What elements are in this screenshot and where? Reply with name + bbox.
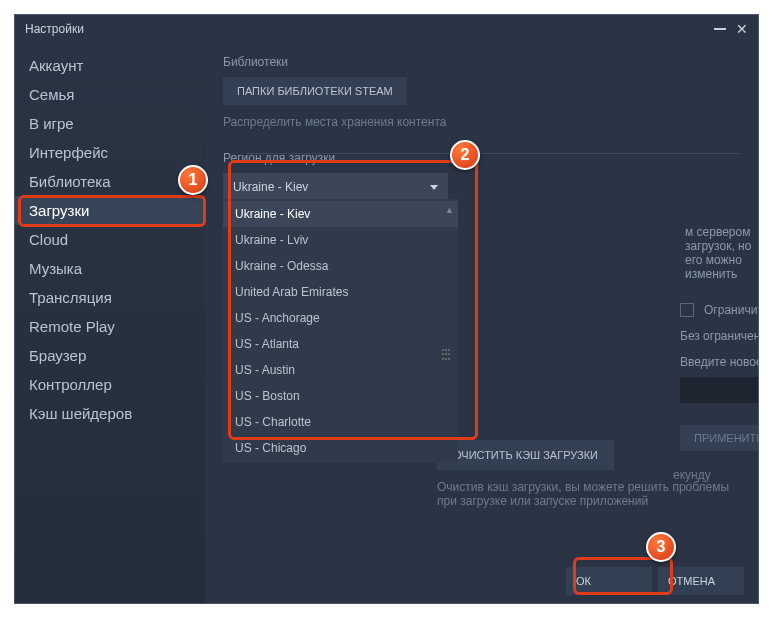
annotation-badge-2: 2 xyxy=(450,140,480,170)
sidebar-item-ingame[interactable]: В игре xyxy=(15,109,205,138)
region-option[interactable]: Ukraine - Lviv xyxy=(223,227,458,253)
steam-library-folders-button[interactable]: ПАПКИ БИБЛИОТЕКИ STEAM xyxy=(223,77,407,105)
enter-new-label: Введите новое значение: xyxy=(680,355,758,369)
region-option[interactable]: US - Austin xyxy=(223,357,458,383)
ok-button[interactable]: ОК xyxy=(566,567,652,595)
window-title: Настройки xyxy=(25,22,84,36)
sidebar-item-downloads[interactable]: Загрузки xyxy=(15,196,205,225)
region-option[interactable]: United Arab Emirates xyxy=(223,279,458,305)
limit-checkbox[interactable] xyxy=(680,303,694,317)
sidebar-item-browser[interactable]: Браузер xyxy=(15,341,205,370)
close-icon[interactable]: ✕ xyxy=(736,21,748,37)
speed-input[interactable] xyxy=(680,377,758,403)
clear-cache-hint: Очистив кэш загрузки, вы можете решить п… xyxy=(437,480,740,508)
chevron-down-icon xyxy=(430,185,438,190)
clear-cache-button[interactable]: ОЧИСТИТЬ КЭШ ЗАГРУЗКИ xyxy=(437,440,614,470)
footer: ОК ОТМЕНА xyxy=(566,567,744,595)
annotation-badge-1: 1 xyxy=(178,165,208,195)
annotation-badge-3: 3 xyxy=(646,532,676,562)
region-selected: Ukraine - Kiev xyxy=(233,180,308,194)
libraries-hint: Распределить места хранения контента xyxy=(223,115,740,129)
titlebar: Настройки ✕ xyxy=(15,15,758,43)
sidebar-item-music[interactable]: Музыка xyxy=(15,254,205,283)
region-option[interactable]: Ukraine - Odessa xyxy=(223,253,458,279)
sidebar-item-family[interactable]: Семья xyxy=(15,80,205,109)
sidebar-item-library[interactable]: Библиотека xyxy=(15,167,205,196)
sidebar: Аккаунт Семья В игре Интерфейс Библиотек… xyxy=(15,43,205,603)
limit-label: Ограничить скорость загрузки до: xyxy=(704,303,758,317)
region-option[interactable]: US - Chicago xyxy=(223,435,458,461)
region-option[interactable]: US - Atlanta xyxy=(223,331,458,357)
no-limit-label: Без ограничения xyxy=(680,329,758,343)
region-option[interactable]: US - Anchorage xyxy=(223,305,458,331)
sidebar-item-interface[interactable]: Интерфейс xyxy=(15,138,205,167)
region-option[interactable]: US - Charlotte xyxy=(223,409,458,435)
sidebar-item-controller[interactable]: Контроллер xyxy=(15,370,205,399)
sidebar-item-shadercache[interactable]: Кэш шейдеров xyxy=(15,399,205,428)
sidebar-item-account[interactable]: Аккаунт xyxy=(15,51,205,80)
separator xyxy=(247,153,740,154)
server-note: м сервером загрузок, но его можно измени… xyxy=(685,225,758,281)
resize-grip-icon[interactable] xyxy=(442,349,454,361)
cancel-button[interactable]: ОТМЕНА xyxy=(658,567,744,595)
minimize-icon[interactable] xyxy=(714,28,726,30)
sidebar-item-broadcast[interactable]: Трансляция xyxy=(15,283,205,312)
region-option[interactable]: US - Boston xyxy=(223,383,458,409)
sidebar-item-cloud[interactable]: Cloud xyxy=(15,225,205,254)
settings-window: Настройки ✕ Аккаунт Семья В игре Интерфе… xyxy=(14,14,759,604)
content-pane: Библиотеки ПАПКИ БИБЛИОТЕКИ STEAM Распре… xyxy=(205,43,758,603)
region-dropdown[interactable]: Ukraine - Kiev xyxy=(223,173,448,201)
region-dropdown-list: ▲ Ukraine - Kiev Ukraine - Lviv Ukraine … xyxy=(223,199,458,463)
libraries-title: Библиотеки xyxy=(223,55,740,69)
sidebar-item-remoteplay[interactable]: Remote Play xyxy=(15,312,205,341)
scroll-up-icon[interactable]: ▲ xyxy=(445,205,454,215)
region-option[interactable]: Ukraine - Kiev xyxy=(223,201,458,227)
